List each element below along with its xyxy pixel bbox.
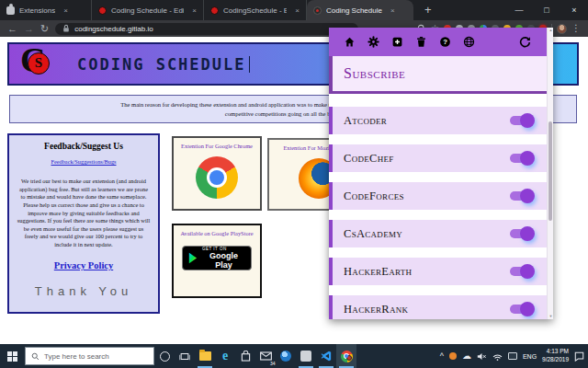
tab-close-icon[interactable]: × <box>390 6 395 15</box>
chrome-card-title: Extention For Google Chrome <box>174 143 260 149</box>
toggle-switch[interactable] <box>510 154 532 163</box>
tab-coding-schedule-active[interactable]: Coding Schedule × <box>307 0 413 20</box>
start-button[interactable] <box>0 344 24 368</box>
language-indicator[interactable]: ENG <box>523 353 537 360</box>
edge-button[interactable]: e <box>215 344 235 368</box>
subscription-row-hackerearth: HackerEarth <box>329 258 547 285</box>
coding-schedule-logo: C S <box>20 48 53 81</box>
subscription-row-atcoder: Atcoder <box>329 107 547 134</box>
app-icon-blue <box>280 351 291 362</box>
cortana-button[interactable] <box>154 344 175 368</box>
back-icon[interactable]: ← <box>7 24 17 34</box>
tab-title: Extensions <box>19 6 55 15</box>
search-icon <box>31 352 40 361</box>
profile-avatar[interactable] <box>557 24 567 34</box>
volume-muted-icon[interactable] <box>477 352 487 361</box>
kebab-menu-icon[interactable]: ⋮ <box>571 24 581 33</box>
scroll-up-icon[interactable]: ▲ <box>548 28 553 33</box>
tab-codingschedule-edit[interactable]: CodingSchedule - Edit Item × <box>204 0 307 20</box>
toggle-knob <box>520 151 535 166</box>
minimize-button[interactable]: — <box>505 0 533 20</box>
privacy-policy-link[interactable]: Privacy Policy <box>54 260 113 270</box>
settings-gear-icon[interactable] <box>361 36 385 48</box>
tab-close-icon[interactable]: × <box>192 6 197 15</box>
toggle-knob <box>520 113 535 128</box>
delete-trash-icon[interactable] <box>409 36 433 48</box>
toggle-switch[interactable] <box>510 267 532 276</box>
action-center-icon[interactable] <box>574 351 584 362</box>
svg-text:?: ? <box>443 38 447 46</box>
close-button[interactable]: × <box>560 0 588 20</box>
app-button-blue[interactable] <box>276 344 296 368</box>
tab-extensions[interactable]: Extensions × <box>0 0 92 20</box>
file-explorer-icon <box>199 351 211 361</box>
home-icon[interactable] <box>337 36 361 48</box>
vscode-icon <box>321 351 332 362</box>
page-title: CODING SCHEDULE <box>77 55 246 74</box>
reload-icon[interactable]: ↻ <box>40 24 49 34</box>
help-icon[interactable]: ? <box>433 36 457 48</box>
logo-letter-s: S <box>35 56 42 70</box>
input-indicator-icon[interactable] <box>508 352 517 360</box>
restore-button[interactable]: □ <box>533 0 560 20</box>
address-bar[interactable]: codingschedule.gitlab.io <box>55 23 358 35</box>
tray-person-icon[interactable] <box>449 352 457 360</box>
cortana-icon <box>160 351 170 362</box>
subscribe-heading: Subscribe <box>344 65 405 82</box>
google-play-badge[interactable]: GET IT ON Google Play <box>182 246 252 270</box>
tab-close-icon[interactable]: × <box>295 6 300 15</box>
scroll-down-icon[interactable]: ▼ <box>548 314 553 319</box>
browser-tab-strip: Extensions × Coding Schedule - Edit Item… <box>0 0 588 20</box>
windows-logo-icon <box>7 351 17 362</box>
onedrive-cloud-icon[interactable]: ☁ <box>462 351 471 361</box>
store-button[interactable] <box>235 344 255 368</box>
chrome-taskbar-button[interactable] <box>336 344 356 368</box>
play-badge-main-text: Google Play <box>202 251 245 270</box>
extension-popup: ? Subscribe Atcoder CodeChef CodeForces <box>329 28 553 319</box>
refresh-icon[interactable] <box>513 36 537 48</box>
taskbar-clock[interactable]: 4:13 PM 9/28/2019 <box>542 348 569 364</box>
app-button-gray[interactable] <box>296 344 316 368</box>
search-placeholder: Type here to search <box>44 352 109 361</box>
file-explorer-button[interactable] <box>195 344 215 368</box>
feedback-box: Feedback/Suggest Us Feedback/Suggestions… <box>7 133 160 314</box>
platform-label: HackerEarth <box>344 265 412 279</box>
platform-label: CsAcademy <box>344 227 402 241</box>
add-icon[interactable] <box>385 36 409 48</box>
mail-icon: 34 <box>260 348 272 364</box>
coding-schedule-favicon <box>98 6 107 15</box>
toggle-knob <box>520 302 535 316</box>
coding-schedule-favicon <box>313 6 322 15</box>
clock-time: 4:13 PM <box>547 348 569 354</box>
store-bag-icon <box>241 351 251 362</box>
toggle-switch[interactable] <box>510 229 532 238</box>
logo-red-circle: S <box>28 52 50 75</box>
taskbar-search-input[interactable]: Type here to search <box>25 347 154 365</box>
subscription-list: Atcoder CodeChef CodeForces CsAcademy Ha… <box>329 94 547 319</box>
app-icon-gray <box>300 351 311 362</box>
windows-taskbar: Type here to search e 34 ^ <box>0 344 588 368</box>
new-tab-button[interactable]: + <box>424 0 432 20</box>
tray-expand-icon[interactable]: ^ <box>440 352 444 361</box>
tab-close-icon[interactable]: × <box>63 6 68 15</box>
tab-coding-schedule-edit[interactable]: Coding Schedule - Edit Item × <box>92 0 204 20</box>
vscode-button[interactable] <box>316 344 336 368</box>
google-play-card[interactable]: Available on Google PlayStore GET IT ON … <box>172 224 262 298</box>
toggle-switch[interactable] <box>510 116 532 125</box>
forward-icon[interactable]: → <box>24 24 34 34</box>
scrollbar-thumb[interactable] <box>548 121 552 221</box>
url-text: codingschedule.gitlab.io <box>74 25 153 33</box>
toggle-switch[interactable] <box>510 305 532 314</box>
chrome-extension-card[interactable]: Extention For Google Chrome <box>172 136 262 211</box>
platform-label: HackerRank <box>344 303 408 316</box>
mail-button[interactable]: 34 <box>255 344 276 368</box>
toggle-switch[interactable] <box>510 191 532 201</box>
network-icon[interactable] <box>492 352 503 361</box>
chrome-logo-icon <box>196 156 238 199</box>
toggle-knob <box>520 189 535 203</box>
popup-scrollbar[interactable]: ▲ ▼ <box>547 28 553 319</box>
subscription-row-codechef: CodeChef <box>329 144 547 172</box>
feedback-suggestions-link[interactable]: Feedback/Suggestions/Bugs <box>51 158 116 165</box>
task-view-button[interactable] <box>175 344 195 368</box>
website-globe-icon[interactable] <box>457 36 481 48</box>
